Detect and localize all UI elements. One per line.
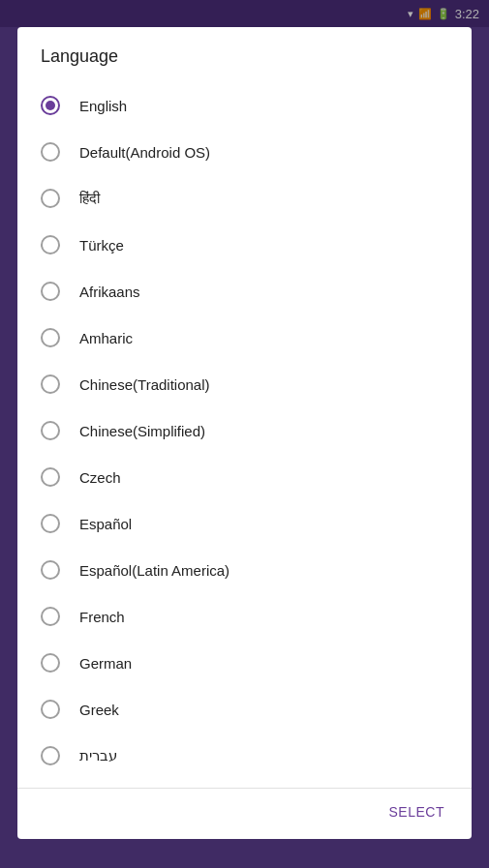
radio-circle-greek: [41, 700, 60, 719]
language-item-french[interactable]: French: [17, 593, 472, 640]
language-label-greek: Greek: [79, 702, 119, 718]
language-item-greek[interactable]: Greek: [17, 686, 472, 733]
language-label-czech: Czech: [79, 469, 121, 486]
radio-circle-amharic: [41, 328, 60, 347]
language-item-chinese-traditional[interactable]: Chinese(Traditional): [17, 361, 472, 407]
language-label-chinese-simplified: Chinese(Simplified): [79, 423, 205, 439]
radio-circle-turkish: [41, 235, 60, 254]
radio-circle-english: [41, 96, 60, 115]
language-label-default-android: Default(Android OS): [79, 144, 210, 161]
language-item-turkish[interactable]: Türkçe: [17, 222, 472, 268]
select-button[interactable]: SELECT: [378, 796, 456, 827]
dialog-title: Language: [17, 27, 472, 78]
language-item-amharic[interactable]: Amharic: [17, 314, 472, 361]
radio-circle-czech: [41, 467, 60, 487]
radio-circle-afrikaans: [41, 282, 60, 301]
radio-circle-french: [41, 607, 60, 626]
language-item-czech[interactable]: Czech: [17, 454, 472, 500]
language-label-amharic: Amharic: [79, 330, 133, 346]
language-label-hindi: हिंदी: [79, 190, 100, 207]
language-item-default-android[interactable]: Default(Android OS): [17, 129, 472, 175]
radio-circle-chinese-simplified: [41, 421, 60, 440]
language-dialog: Language EnglishDefault(Android OS)हिंदी…: [17, 27, 472, 839]
language-list[interactable]: EnglishDefault(Android OS)हिंदीTürkçeAfr…: [17, 78, 472, 788]
language-item-hindi[interactable]: हिंदी: [17, 175, 472, 222]
language-label-espanol-latin: Español(Latin America): [79, 562, 229, 579]
language-label-afrikaans: Afrikaans: [79, 284, 140, 300]
radio-circle-default-android: [41, 142, 60, 162]
radio-circle-espanol-latin: [41, 560, 60, 580]
language-label-hebrew: עברית: [79, 747, 117, 764]
language-item-espanol-latin[interactable]: Español(Latin America): [17, 547, 472, 593]
language-item-german[interactable]: German: [17, 640, 472, 686]
language-label-turkish: Türkçe: [79, 237, 124, 254]
language-label-chinese-traditional: Chinese(Traditional): [79, 376, 210, 393]
language-item-hebrew[interactable]: עברית: [17, 733, 472, 779]
radio-circle-espanol: [41, 514, 60, 533]
radio-circle-hindi: [41, 189, 60, 208]
language-label-german: German: [79, 655, 132, 672]
radio-circle-chinese-traditional: [41, 374, 60, 394]
radio-circle-german: [41, 653, 60, 673]
language-item-chinese-simplified[interactable]: Chinese(Simplified): [17, 407, 472, 454]
radio-circle-hebrew: [41, 746, 60, 765]
dialog-actions: SELECT: [17, 788, 472, 839]
language-item-espanol[interactable]: Español: [17, 500, 472, 547]
language-label-english: English: [79, 98, 127, 114]
language-item-italian[interactable]: Italiano: [17, 779, 472, 788]
language-item-afrikaans[interactable]: Afrikaans: [17, 268, 472, 314]
language-item-english[interactable]: English: [17, 82, 472, 129]
language-label-espanol: Español: [79, 516, 132, 532]
language-label-french: French: [79, 609, 125, 625]
